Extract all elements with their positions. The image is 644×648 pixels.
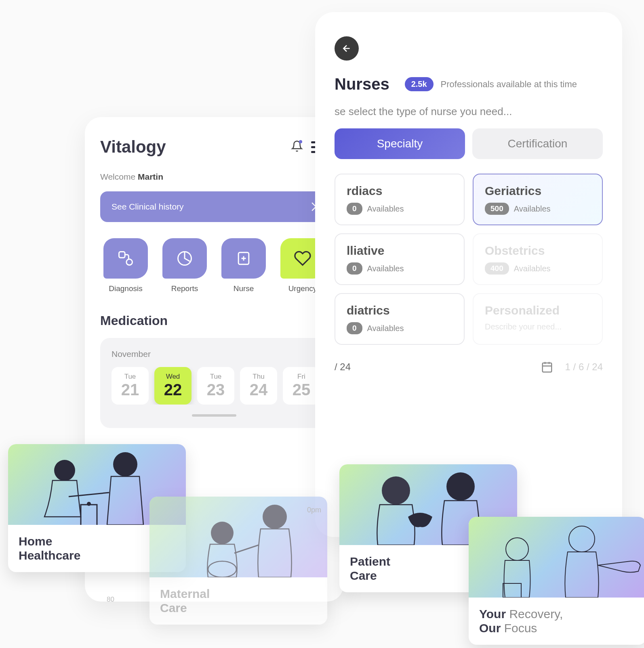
svg-point-7 [87, 502, 91, 506]
quick-label: Diagnosis [100, 284, 151, 293]
day-23[interactable]: Tue 23 [197, 367, 234, 405]
spec-cardiacs[interactable]: rdiacs 0Availables [335, 174, 465, 225]
spec-personalized[interactable]: Personalized Describe your need... [473, 293, 603, 345]
notification-bell[interactable] [291, 140, 303, 154]
nurses-app-screen: Nurses 2.5k Professionals available at t… [315, 12, 622, 537]
days-row[interactable]: Tue 21 Wed 22 Tue 23 Thu 24 Fri 25 2 [112, 367, 317, 405]
day-25[interactable]: Fri 25 [283, 367, 317, 405]
card-your-recovery[interactable]: Your Recovery, Our Focus [469, 517, 644, 645]
app-header: Vitalogy [100, 137, 328, 157]
medication-calendar: November Tue 21 Wed 22 Tue 23 Thu 24 Fri… [100, 338, 328, 428]
svg-point-5 [54, 460, 75, 481]
spec-pediatrics[interactable]: diatrics 0Availables [335, 293, 465, 345]
medication-heading: Medication [100, 313, 328, 328]
nurse-icon [235, 250, 253, 267]
recovery-illustration [469, 517, 644, 598]
svg-point-6 [113, 452, 137, 476]
quick-diagnosis[interactable]: Diagnosis [100, 238, 151, 293]
tabs-row: Specialty Certification [335, 128, 603, 159]
card-maternal-care[interactable]: MaternalCare [149, 497, 327, 625]
app-title: Vitalogy [100, 137, 166, 157]
quick-actions-grid: Diagnosis Reports Nurse [100, 238, 328, 293]
page-title: Nurses [335, 75, 389, 93]
spec-palliative[interactable]: lliative 0Availables [335, 233, 465, 285]
welcome-text: Welcome Martin [100, 172, 328, 182]
axis-label-80: 80 [107, 596, 114, 604]
heart-icon [294, 250, 311, 267]
quick-label: Reports [159, 284, 210, 293]
pie-icon [176, 250, 194, 267]
card-label: Your Recovery, Our Focus [469, 598, 644, 645]
svg-point-14 [569, 526, 595, 552]
day-22-active[interactable]: Wed 22 [154, 367, 192, 405]
quick-nurse[interactable]: Nurse [218, 238, 269, 293]
spec-geriatrics-selected[interactable]: Geriatrics 500Availables [473, 174, 603, 225]
back-button[interactable] [335, 36, 359, 61]
svg-point-12 [446, 472, 475, 501]
svg-point-10 [208, 561, 236, 577]
reports-tile [162, 238, 207, 279]
notification-dot [299, 140, 302, 143]
tab-certification[interactable]: Certification [472, 128, 603, 159]
nurse-tile [221, 238, 266, 279]
maternal-illustration [149, 497, 327, 577]
dates-row: / 24 1 / 6 / 24 [335, 361, 603, 373]
tab-specialty[interactable]: Specialty [335, 128, 465, 159]
count-text: Professionals available at this time [441, 79, 577, 90]
diagnosis-tile [103, 238, 148, 279]
svg-rect-1 [126, 259, 133, 265]
day-24[interactable]: Thu 24 [240, 367, 277, 405]
select-prompt: se select the type of nurse you need... [335, 105, 603, 118]
svg-point-11 [382, 476, 410, 505]
card-label: MaternalCare [149, 577, 327, 625]
calendar-icon[interactable] [541, 361, 553, 373]
month-label: November [112, 349, 317, 359]
date-end[interactable]: 1 / 6 / 24 [565, 361, 603, 373]
date-start[interactable]: / 24 [335, 361, 351, 373]
nurses-header: Nurses 2.5k Professionals available at t… [335, 75, 603, 93]
count-badge: 2.5k [405, 77, 434, 91]
bpm-label: 0pm [307, 506, 321, 514]
svg-rect-15 [503, 583, 521, 598]
arrow-left-icon [341, 43, 352, 54]
quick-reports[interactable]: Reports [159, 238, 210, 293]
scroll-indicator[interactable] [192, 414, 236, 417]
svg-point-8 [211, 522, 234, 544]
svg-point-13 [506, 538, 528, 560]
stethoscope-icon [117, 250, 135, 267]
quick-label: Nurse [218, 284, 269, 293]
specialty-grid: rdiacs 0Availables Geriatrics 500Availab… [335, 174, 603, 345]
svg-point-9 [263, 505, 287, 529]
spec-obstetrics[interactable]: Obstetrics 400Availables [473, 233, 603, 285]
svg-rect-0 [119, 252, 125, 258]
clinical-history-button[interactable]: See Clinical history [100, 191, 328, 222]
day-21[interactable]: Tue 21 [112, 367, 149, 405]
svg-rect-4 [542, 363, 551, 372]
